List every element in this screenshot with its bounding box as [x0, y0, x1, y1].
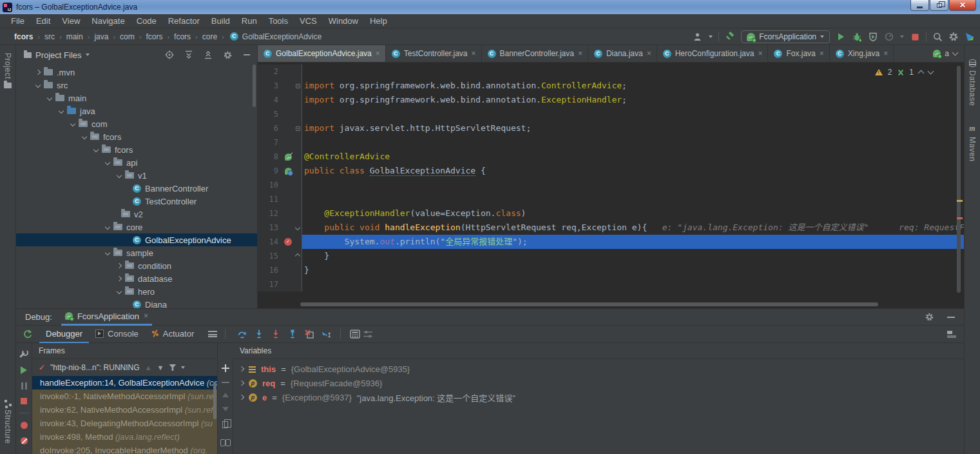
next-problem-icon[interactable] [928, 68, 934, 75]
breakpoint-icon[interactable]: ✓ [284, 238, 292, 246]
breadcrumb-segment[interactable]: src [44, 32, 55, 41]
tree-row-core[interactable]: core [16, 221, 257, 233]
collapse-all-icon[interactable] [203, 50, 213, 60]
code-line-8[interactable]: 8@ControllerAdvice [258, 150, 964, 164]
chevron-down-icon[interactable] [82, 134, 87, 139]
tree-row-diana[interactable]: CDiana [16, 298, 257, 308]
mute-breakpoints-icon[interactable] [21, 437, 28, 444]
stack-frame-row[interactable]: invoke0:-1, NativeMethodAccessorImpl (su… [32, 390, 217, 403]
code-line-7[interactable]: 7 [258, 135, 964, 150]
run-configuration-select[interactable]: FcorsApplication [741, 30, 830, 43]
stop-button[interactable] [910, 32, 920, 42]
view-breakpoints-icon[interactable] [21, 422, 28, 429]
hidden-tabs-indicator[interactable]: a [933, 45, 964, 62]
breadcrumb-segment[interactable]: fcors [14, 32, 33, 41]
tool-window-project[interactable]: Project [0, 53, 15, 88]
project-view-select[interactable]: Project Files [35, 50, 82, 60]
profiler-button[interactable] [884, 32, 894, 42]
hide-panel-icon[interactable] [242, 50, 252, 60]
debug-wrench-icon[interactable] [20, 350, 28, 358]
move-watch-down-icon[interactable] [222, 407, 229, 411]
debug-tab-console[interactable]: Console [89, 326, 145, 343]
code-line-6[interactable]: 6import javax.servlet.http.HttpServletRe… [258, 121, 964, 135]
minimize-button[interactable] [910, 0, 929, 11]
step-into-icon[interactable] [254, 329, 264, 339]
editor-tab[interactable]: CXing.java× [830, 45, 894, 62]
step-out-icon[interactable] [287, 329, 298, 339]
variable-row-this[interactable]: this={GolbalExceptionAdvice@5935} [233, 362, 964, 376]
code-line-13[interactable]: 13 public void handleException(HttpServl… [258, 221, 964, 235]
profiler-dropdown-icon[interactable] [900, 35, 904, 38]
tree-row-condition[interactable]: condition [16, 259, 257, 272]
code-line-5[interactable]: 5 [258, 107, 964, 121]
debug-tab-debugger[interactable]: Debugger [39, 326, 89, 343]
chevron-down-icon[interactable] [105, 160, 110, 165]
chevron-right-icon[interactable] [35, 70, 41, 75]
remove-watch-icon[interactable] [222, 382, 229, 383]
show-watches-icon[interactable] [220, 439, 231, 447]
editor-tab[interactable]: CGolbalExceptionAdvice.java× [258, 45, 386, 62]
code-line-17[interactable]: 17 [258, 277, 964, 291]
thread-dropdown-icon[interactable] [181, 366, 185, 369]
menu-item-window[interactable]: Window [323, 16, 364, 26]
pause-program-icon[interactable] [21, 382, 27, 390]
debug-settings-gear-icon[interactable] [924, 312, 934, 322]
code-line-4[interactable]: 4import org.springframework.web.bind.ann… [258, 93, 964, 107]
code-area[interactable]: 23import org.springframework.web.bind.an… [258, 63, 964, 301]
chevron-down-icon[interactable] [35, 83, 41, 88]
menu-item-build[interactable]: Build [206, 16, 236, 26]
editor-tab[interactable]: CBannerController.java× [482, 45, 588, 62]
tool-window-structure[interactable]: Structure [0, 399, 15, 444]
tree-row-fcors[interactable]: fcors [16, 143, 257, 156]
locate-file-icon[interactable] [164, 50, 175, 60]
stack-frame-row[interactable]: handleException:14, GolbalExceptionAdvic… [32, 376, 217, 390]
tab-close-icon[interactable]: × [647, 50, 651, 57]
menu-item-help[interactable]: Help [364, 16, 393, 26]
stack-frame-row[interactable]: doInvoke:205, InvocableHandlerMethod (or… [32, 444, 217, 454]
build-hammer-icon[interactable] [725, 32, 735, 42]
project-settings-gear-icon[interactable] [222, 50, 233, 60]
layout-settings-icon[interactable] [363, 329, 373, 339]
chevron-right-icon[interactable] [117, 263, 122, 268]
expand-variable-icon[interactable] [239, 395, 244, 400]
stop-process-icon[interactable] [21, 398, 27, 404]
fold-end-icon[interactable] [295, 253, 300, 259]
hide-debug-panel-icon[interactable] [947, 317, 955, 318]
menu-item-file[interactable]: File [5, 16, 30, 26]
drop-frame-icon[interactable] [304, 329, 314, 339]
project-view-dropdown-icon[interactable] [86, 54, 90, 56]
debug-session-tab[interactable]: FcorsApplication × [61, 309, 152, 326]
tree-row-src[interactable]: src [16, 79, 257, 92]
run-button[interactable] [836, 32, 846, 42]
tree-row-sample[interactable]: sample [16, 246, 257, 259]
editor-horizontal-scrollbar[interactable] [300, 302, 878, 306]
editor-tab[interactable]: CFox.java× [768, 45, 829, 62]
tree-row-main[interactable]: main [16, 92, 257, 104]
menu-item-edit[interactable]: Edit [30, 16, 56, 26]
menu-item-view[interactable]: View [56, 16, 86, 26]
expand-variable-icon[interactable] [239, 380, 244, 386]
restore-button[interactable] [930, 0, 948, 11]
chevron-right-icon[interactable] [117, 276, 122, 281]
tree-row-com[interactable]: com [16, 117, 257, 130]
breadcrumb-segment[interactable]: fcors [146, 32, 162, 41]
step-over-icon[interactable] [237, 329, 247, 339]
tree-row-java[interactable]: java [16, 104, 257, 117]
breadcrumb-segment[interactable]: java [94, 32, 108, 41]
tree-row-fcors[interactable]: fcors [16, 130, 257, 143]
move-watch-up-icon[interactable] [222, 393, 229, 397]
breadcrumb-segment[interactable]: main [66, 32, 83, 41]
code-line-15[interactable]: 15 } [258, 249, 964, 263]
chevron-down-icon[interactable] [117, 289, 122, 294]
chevron-down-icon[interactable] [70, 121, 75, 126]
debug-tab-actuator[interactable]: Actuator [145, 326, 200, 343]
spring-bean-gutter-icon[interactable] [285, 168, 292, 175]
tree-row-v2[interactable]: v2 [16, 208, 257, 221]
menu-item-navigate[interactable]: Navigate [86, 16, 130, 26]
tree-row-v1[interactable]: v1 [16, 169, 257, 182]
chevron-down-icon[interactable] [105, 224, 110, 230]
editor-tab[interactable]: CHeroConfiguration.java× [657, 45, 769, 62]
tree-row-testcontroller[interactable]: CTestController [16, 195, 257, 208]
breadcrumb-segment[interactable]: core [202, 32, 217, 41]
menu-item-vcs[interactable]: VCS [294, 16, 323, 26]
